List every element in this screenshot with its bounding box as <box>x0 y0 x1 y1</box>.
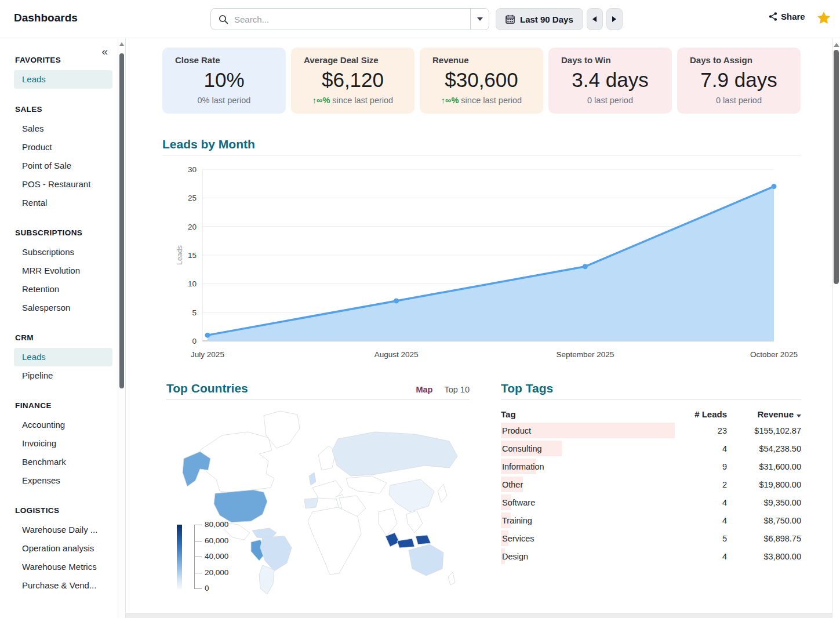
sidebar-item-sales[interactable]: Sales <box>14 119 112 138</box>
legend-tick <box>194 557 202 557</box>
country-china[interactable] <box>389 479 434 512</box>
table-row-other[interactable]: Other2$19,800.00 <box>501 475 801 493</box>
sidebar-item-accounting[interactable]: Accounting <box>14 416 112 434</box>
sidebar-section-crm: CRMLeadsPipeline <box>0 333 116 385</box>
sidebar-item-purchase-vend[interactable]: Purchase & Vend... <box>14 576 112 595</box>
sidebar-item-salesperson[interactable]: Salesperson <box>14 299 112 317</box>
revenue-cell: $31,600.00 <box>727 462 801 471</box>
country-australia[interactable] <box>409 544 443 576</box>
country-argentina[interactable] <box>259 565 274 594</box>
svg-text:July 2025: July 2025 <box>191 350 224 359</box>
country-united-kingdom[interactable] <box>309 472 316 485</box>
leads-count-cell: 4 <box>681 516 727 525</box>
world-map[interactable]: 80,00060,00040,00020,0000 <box>166 405 470 601</box>
svg-text:25: 25 <box>188 194 197 202</box>
sidebar-item-leads[interactable]: Leads <box>14 348 112 366</box>
legend-tick-label: 40,000 <box>205 552 228 561</box>
search-input[interactable] <box>234 14 470 24</box>
country-russia[interactable] <box>332 432 457 476</box>
map-tab-top-10[interactable]: Top 10 <box>444 385 470 394</box>
legend-tick <box>194 573 202 573</box>
sidebar-item-warehouse-metrics[interactable]: Warehouse Metrics <box>14 558 112 576</box>
trend-up-icon: ↑∞% <box>312 96 330 105</box>
sidebar-section-title: SUBSCRIPTIONS <box>15 228 116 237</box>
kpi-value: $30,600 <box>420 68 543 92</box>
sidebar-item-rental[interactable]: Rental <box>14 194 112 212</box>
svg-text:15: 15 <box>188 251 197 260</box>
sidebar-item-invoicing[interactable]: Invoicing <box>14 434 112 453</box>
sidebar-section-finance: FINANCEAccountingInvoicingBenchmarkExpen… <box>0 401 116 490</box>
leads-count-cell: 2 <box>681 480 727 489</box>
share-icon <box>768 12 778 21</box>
sidebar-item-retention[interactable]: Retention <box>14 280 112 299</box>
scroll-up-arrow-icon[interactable] <box>834 43 839 47</box>
sidebar-item-leads[interactable]: Leads <box>14 70 112 89</box>
section-title-top-countries: Top Countries <box>166 381 248 395</box>
share-label: Share <box>781 12 805 21</box>
kpi-card-revenue[interactable]: Revenue$30,600↑∞% since last period <box>420 48 543 114</box>
table-row-training[interactable]: Training4$8,750.00 <box>501 511 801 529</box>
kpi-card-days-to-assign[interactable]: Days to Assign7.9 days0 last period <box>677 48 801 114</box>
country-brazil[interactable] <box>260 536 292 571</box>
main-scrollbar-thumb[interactable] <box>834 50 839 284</box>
scroll-up-arrow-icon[interactable] <box>119 42 124 46</box>
kpi-card-average-deal-size[interactable]: Average Deal Size$6,120↑∞% since last pe… <box>291 48 414 114</box>
table-row-software[interactable]: Software4$9,350.00 <box>501 493 801 511</box>
leads-count-cell: 4 <box>681 552 727 561</box>
sidebar-item-point-of-sale[interactable]: Point of Sale <box>14 157 112 175</box>
map-tab-map[interactable]: Map <box>416 385 432 394</box>
country-indonesia[interactable] <box>397 539 414 548</box>
favorite-star-icon[interactable] <box>816 10 831 26</box>
date-filter-button[interactable]: Last 90 Days <box>496 8 583 30</box>
share-button[interactable]: Share <box>768 12 805 21</box>
calendar-icon <box>506 14 515 24</box>
sidebar-item-subscriptions[interactable]: Subscriptions <box>14 243 112 261</box>
table-row-services[interactable]: Services5$6,898.75 <box>501 529 801 547</box>
map-view-tabs: MapTop 10 <box>416 385 470 394</box>
sidebar-item-warehouse-daily[interactable]: Warehouse Daily ... <box>14 521 112 539</box>
sidebar-item-operation-analysis[interactable]: Operation analysis <box>14 539 112 558</box>
revenue-cell: $19,800.00 <box>727 480 801 489</box>
sidebar-item-expenses[interactable]: Expenses <box>14 471 112 490</box>
sidebar: « FAVORITESLeadsSALESSalesProductPoint o… <box>0 38 126 618</box>
column-header-leads[interactable]: # Leads <box>681 409 727 419</box>
column-header-tag[interactable]: Tag <box>501 409 681 419</box>
kpi-subtext: 0 last period <box>548 96 672 105</box>
top-tags-table-body: Product23$155,102.87Consulting4$54,238.5… <box>501 421 801 565</box>
previous-period-button[interactable] <box>587 8 603 30</box>
table-row-consulting[interactable]: Consulting4$54,238.50 <box>501 439 801 457</box>
country-united-states[interactable] <box>214 490 267 522</box>
sidebar-section-title: SALES <box>15 105 116 114</box>
sidebar-section-title: CRM <box>15 333 116 342</box>
sidebar-item-pos-restaurant[interactable]: POS - Restaurant <box>14 175 112 194</box>
table-row-product[interactable]: Product23$155,102.87 <box>501 421 801 439</box>
svg-text:0: 0 <box>192 337 197 346</box>
country-indonesia[interactable] <box>416 535 431 544</box>
legend-tick <box>194 525 202 525</box>
section-title-leads-by-month: Leads by Month <box>162 137 801 151</box>
top-tags-section: Top Tags Tag# LeadsRevenue Product23$155… <box>501 381 801 565</box>
tag-cell: Other <box>501 475 681 493</box>
next-period-button[interactable] <box>606 8 623 30</box>
sort-desc-icon <box>797 415 801 417</box>
kpi-card-close-rate[interactable]: Close Rate10%0% last period <box>162 48 286 114</box>
search-box[interactable] <box>210 8 489 30</box>
sidebar-item-mrr-evolution[interactable]: MRR Evolution <box>14 261 112 280</box>
column-header-revenue[interactable]: Revenue <box>727 409 801 419</box>
table-row-design[interactable]: Design4$3,800.00 <box>501 547 801 565</box>
country-new-zealand <box>448 572 455 585</box>
country-africa <box>308 507 361 575</box>
kpi-card-days-to-win[interactable]: Days to Win3.4 days0 last period <box>548 48 672 114</box>
kpi-title: Close Rate <box>162 55 286 65</box>
country-spain[interactable] <box>304 498 318 508</box>
sidebar-item-pipeline[interactable]: Pipeline <box>14 366 112 385</box>
sidebar-scrollbar-thumb[interactable] <box>119 53 124 388</box>
sidebar-section-sales: SALESSalesProductPoint of SalePOS - Rest… <box>0 105 116 212</box>
sidebar-item-benchmark[interactable]: Benchmark <box>14 453 112 471</box>
country-alaska-us[interactable] <box>183 452 210 486</box>
search-dropdown-toggle[interactable] <box>470 9 489 30</box>
top-tags-table-header: Tag# LeadsRevenue <box>501 406 801 421</box>
table-row-information[interactable]: Information9$31,600.00 <box>501 457 801 475</box>
sidebar-item-product[interactable]: Product <box>14 138 112 157</box>
chevron-down-icon <box>477 17 483 21</box>
